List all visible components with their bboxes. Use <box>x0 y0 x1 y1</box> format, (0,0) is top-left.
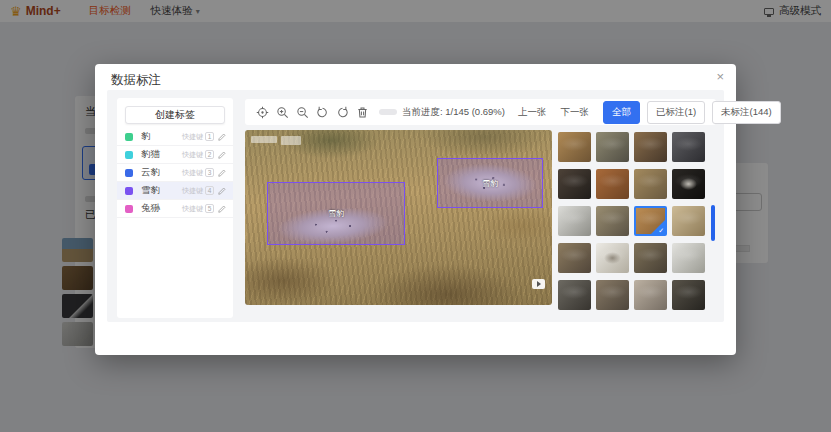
shortcut-key-badge: 4 <box>205 186 214 195</box>
thumbnail[interactable] <box>672 169 705 199</box>
filter-annotated-button[interactable]: 已标注(1) <box>647 101 705 124</box>
bounding-box-label: 雪豹 <box>328 208 344 219</box>
shortcut-prefix: 快捷键 <box>182 186 203 196</box>
thumbnail[interactable] <box>558 280 591 310</box>
next-image-button[interactable]: 下一张 <box>553 102 596 123</box>
label-name: 豹 <box>141 130 182 143</box>
check-icon: ✓ <box>658 227 664 235</box>
modal-body: 创建标签 豹快捷键1豹猫快捷键2云豹快捷键3雪豹快捷键4兔狲快捷键5 当前进度:… <box>107 90 724 322</box>
label-color-swatch <box>125 205 133 213</box>
close-icon[interactable]: × <box>716 69 724 84</box>
progress-bar <box>379 109 397 115</box>
label-color-swatch <box>125 133 133 141</box>
thumbnail[interactable] <box>596 280 629 310</box>
create-label-button[interactable]: 创建标签 <box>125 106 225 124</box>
thumbnail[interactable] <box>634 280 667 310</box>
bounding-box-label: 雪豹 <box>482 178 498 189</box>
animal-figure <box>680 178 697 190</box>
edit-label-icon[interactable] <box>218 168 227 177</box>
thumbnail[interactable] <box>672 206 705 236</box>
thumbnail-gallery: ✓ <box>558 132 705 310</box>
thumbnail[interactable] <box>634 243 667 273</box>
trash-icon[interactable] <box>353 103 371 121</box>
thumbnail[interactable] <box>558 206 591 236</box>
edit-label-icon[interactable] <box>218 186 227 195</box>
shortcut-key-badge: 3 <box>205 168 214 177</box>
thumbnail[interactable] <box>558 169 591 199</box>
label-row-3[interactable]: 云豹快捷键3 <box>117 164 233 182</box>
label-name: 豹猫 <box>141 148 182 161</box>
shortcut-key-badge: 1 <box>205 132 214 141</box>
thumbnail[interactable] <box>596 132 629 162</box>
edit-label-icon[interactable] <box>218 204 227 213</box>
shortcut-prefix: 快捷键 <box>182 150 203 160</box>
thumbnail[interactable] <box>558 243 591 273</box>
label-row-5[interactable]: 兔狲快捷键5 <box>117 200 233 218</box>
label-list: 豹快捷键1豹猫快捷键2云豹快捷键3雪豹快捷键4兔狲快捷键5 <box>117 128 233 218</box>
annotation-toolbar: 当前进度: 1/145 (0.69%) 上一张 下一张 全部 已标注(1) 未标… <box>245 99 716 125</box>
thumbnail[interactable] <box>596 206 629 236</box>
label-name: 雪豹 <box>141 184 182 197</box>
label-name: 兔狲 <box>141 202 182 215</box>
edit-label-icon[interactable] <box>218 132 227 141</box>
zoom-in-icon[interactable] <box>273 103 291 121</box>
label-color-swatch <box>125 151 133 159</box>
zoom-out-icon[interactable] <box>293 103 311 121</box>
label-name: 云豹 <box>141 166 182 179</box>
tool-icon-group <box>253 103 371 121</box>
watermark <box>251 136 315 145</box>
screen: ♛ Mind+ 目标检测 快速体验▾ 高级模式 当前 已标注 数据标注 × <box>0 0 831 432</box>
media-type-icon <box>532 279 545 289</box>
thumbnail[interactable] <box>596 243 629 273</box>
aim-icon[interactable] <box>253 103 271 121</box>
animal-figure <box>604 252 621 264</box>
bounding-box-2[interactable]: 雪豹 <box>437 158 543 208</box>
label-row-1[interactable]: 豹快捷键1 <box>117 128 233 146</box>
data-annotation-modal: 数据标注 × 创建标签 豹快捷键1豹猫快捷键2云豹快捷键3雪豹快捷键4兔狲快捷键… <box>95 64 736 355</box>
label-row-2[interactable]: 豹猫快捷键2 <box>117 146 233 164</box>
label-color-swatch <box>125 169 133 177</box>
label-color-swatch <box>125 187 133 195</box>
thumbnail[interactable] <box>672 132 705 162</box>
thumbnail-scrollbar[interactable] <box>711 205 715 241</box>
rotate-left-icon[interactable] <box>313 103 331 121</box>
thumbnail[interactable] <box>672 243 705 273</box>
shortcut-prefix: 快捷键 <box>182 168 203 178</box>
progress-text: 当前进度: 1/145 (0.69%) <box>402 106 505 119</box>
label-row-4[interactable]: 雪豹快捷键4 <box>117 182 233 200</box>
shortcut-prefix: 快捷键 <box>182 132 203 142</box>
shortcut-key-badge: 5 <box>205 204 214 213</box>
label-panel: 创建标签 豹快捷键1豹猫快捷键2云豹快捷键3雪豹快捷键4兔狲快捷键5 <box>117 98 233 318</box>
thumbnail-selected[interactable]: ✓ <box>634 206 667 236</box>
annotation-canvas[interactable]: 雪豹雪豹 <box>245 130 552 305</box>
bounding-box-1[interactable]: 雪豹 <box>267 182 405 245</box>
shortcut-prefix: 快捷键 <box>182 204 203 214</box>
modal-title: 数据标注 <box>111 72 161 89</box>
thumbnail[interactable] <box>596 169 629 199</box>
shortcut-key-badge: 2 <box>205 150 214 159</box>
filter-unannotated-button[interactable]: 未标注(144) <box>712 101 781 124</box>
thumbnail[interactable] <box>634 132 667 162</box>
thumbnail[interactable] <box>634 169 667 199</box>
thumbnail[interactable] <box>558 132 591 162</box>
filter-all-button[interactable]: 全部 <box>603 101 640 124</box>
rotate-right-icon[interactable] <box>333 103 351 121</box>
thumbnail[interactable] <box>672 280 705 310</box>
previous-image-button[interactable]: 上一张 <box>511 102 554 123</box>
edit-label-icon[interactable] <box>218 150 227 159</box>
